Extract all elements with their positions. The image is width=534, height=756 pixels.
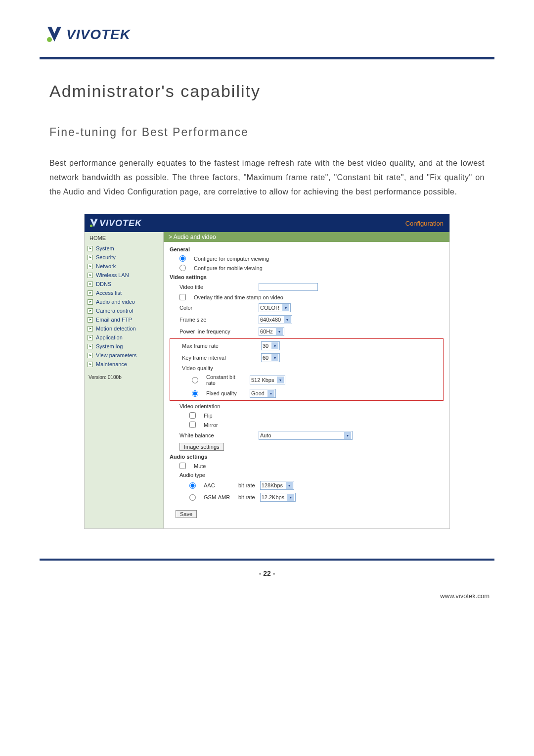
section-title: Fine-tuning for Best Performance (49, 126, 494, 139)
top-divider (40, 57, 494, 59)
label-gsm: GSM-AMR (204, 494, 233, 500)
row-fixed-quality: Fixed quality Good▾ (172, 387, 441, 399)
label-flip: Flip (204, 413, 213, 419)
nav-security[interactable]: ▸Security (85, 253, 163, 262)
chevron-down-icon: ▾ (277, 377, 284, 383)
nav-audio-video[interactable]: ▸Audio and video (85, 297, 163, 306)
expand-icon: ▸ (88, 290, 93, 296)
image-settings-button[interactable]: Image settings (179, 443, 224, 451)
radio-cbr[interactable] (192, 377, 198, 383)
label-video-quality: Video quality (182, 365, 256, 371)
configuration-link[interactable]: Configuration (405, 220, 444, 227)
config-brand-logo: VIVOTEK (89, 218, 142, 229)
svg-point-0 (47, 37, 52, 42)
chevron-down-icon: ▾ (344, 432, 351, 439)
select-gsm-bitrate[interactable]: 12.2Kbps▾ (260, 493, 296, 502)
label-mobile-viewing: Configure for mobile viewing (194, 265, 263, 271)
select-wb[interactable]: Auto▾ (259, 431, 353, 440)
checkbox-flip[interactable] (189, 412, 196, 419)
version-label: Version: 0100b (85, 369, 163, 386)
checkbox-mirror[interactable] (189, 422, 196, 428)
checkbox-mute[interactable] (179, 463, 186, 469)
select-color[interactable]: COLOR▾ (259, 303, 291, 312)
label-frame-size: Frame size (179, 317, 254, 323)
nav-ddns[interactable]: ▸DDNS (85, 280, 163, 288)
radio-computer-viewing[interactable] (179, 255, 186, 262)
brand-wordmark: VIVOTEK (66, 27, 131, 43)
nav-system[interactable]: ▸System (85, 244, 163, 253)
config-screenshot: VIVOTEK Configuration HOME ▸System ▸Secu… (84, 214, 450, 529)
label-wb: White balance (179, 432, 254, 438)
nav-network[interactable]: ▸Network (85, 262, 163, 271)
row-audio-type: Audio type (170, 471, 444, 479)
row-computer-viewing: Configure for computer viewing (170, 254, 444, 263)
radio-mobile-viewing[interactable] (179, 265, 186, 271)
select-mfr[interactable]: 30▾ (261, 341, 280, 350)
chevron-down-icon: ▾ (267, 390, 274, 397)
checkbox-overlay[interactable] (179, 294, 186, 300)
nav-application[interactable]: ▸Application (85, 333, 163, 342)
chevron-down-icon: ▾ (282, 304, 289, 311)
label-bitrate-gsm: bit rate (238, 494, 255, 500)
row-plf: Power line frequency 60Hz▾ (170, 326, 444, 337)
label-computer-viewing: Configure for computer viewing (194, 256, 269, 262)
config-header: VIVOTEK Configuration (85, 214, 449, 232)
page-number: - 22 - (40, 569, 494, 577)
row-frame-size: Frame size 640x480▾ (170, 314, 444, 326)
row-mirror: Mirror (170, 420, 444, 429)
label-fixed-quality: Fixed quality (206, 390, 245, 396)
nav-camera-control[interactable]: ▸Camera control (85, 306, 163, 315)
chevron-down-icon: ▾ (284, 316, 291, 323)
expand-icon: ▸ (88, 308, 93, 314)
label-color: Color (179, 305, 254, 311)
select-cbr[interactable]: 512 Kbps▾ (250, 376, 285, 384)
row-max-frame-rate: Max frame rate 30▾ (172, 340, 441, 352)
select-aac-bitrate[interactable]: 128Kbps▾ (260, 481, 294, 490)
expand-icon: ▸ (88, 317, 93, 323)
nav-email-ftp[interactable]: ▸Email and FTP (85, 315, 163, 324)
radio-fixed-quality[interactable] (192, 390, 198, 397)
nav-maintenance[interactable]: ▸Maintenance (85, 360, 163, 369)
chevron-down-icon: ▾ (271, 354, 278, 361)
label-aac: AAC (204, 482, 233, 488)
row-mute: Mute (170, 461, 444, 471)
save-button[interactable]: Save (176, 510, 197, 518)
nav-view-parameters[interactable]: ▸View parameters (85, 351, 163, 360)
row-kfi: Key frame interval 60▾ (172, 352, 441, 364)
audio-heading: Audio settings (170, 452, 444, 461)
label-orientation: Video orientation (179, 403, 220, 409)
select-frame-size[interactable]: 640x480▾ (259, 315, 292, 324)
select-kfi[interactable]: 60▾ (261, 353, 280, 362)
expand-icon: ▸ (88, 273, 93, 278)
nav-system-log[interactable]: ▸System log (85, 342, 163, 351)
radio-gsm[interactable] (189, 494, 196, 501)
row-image-settings: Image settings (170, 441, 444, 452)
svg-point-1 (90, 225, 93, 228)
panel-title: > Audio and video (164, 232, 449, 242)
select-fixed-quality[interactable]: Good▾ (250, 389, 276, 398)
config-brand-word: VIVOTEK (99, 218, 142, 229)
footer-url: www.vivotek.com (40, 592, 494, 600)
expand-icon: ▸ (88, 326, 93, 331)
highlighted-settings: Max frame rate 30▾ Key frame interval 60… (170, 338, 444, 401)
label-mute: Mute (194, 463, 206, 469)
select-plf[interactable]: 60Hz▾ (259, 327, 284, 336)
radio-aac[interactable] (189, 482, 196, 489)
nav-wireless-lan[interactable]: ▸Wireless LAN (85, 271, 163, 280)
row-flip: Flip (170, 411, 444, 420)
chevron-down-icon: ▾ (276, 328, 283, 335)
general-heading: General (170, 245, 444, 254)
bottom-divider (40, 559, 494, 561)
sidebar: HOME ▸System ▸Security ▸Network ▸Wireles… (85, 232, 164, 528)
video-heading: Video settings (170, 273, 444, 282)
nav-access-list[interactable]: ▸Access list (85, 288, 163, 297)
nav-motion-detection[interactable]: ▸Motion detection (85, 324, 163, 333)
row-video-quality: Video quality (172, 364, 441, 373)
expand-icon: ▸ (88, 335, 93, 340)
label-kfi: Key frame interval (182, 355, 256, 361)
chevron-down-icon: ▾ (271, 342, 278, 349)
chevron-down-icon: ▾ (287, 494, 294, 501)
expand-icon: ▸ (88, 264, 93, 269)
input-video-title[interactable] (259, 283, 318, 291)
nav-home[interactable]: HOME (85, 232, 163, 244)
